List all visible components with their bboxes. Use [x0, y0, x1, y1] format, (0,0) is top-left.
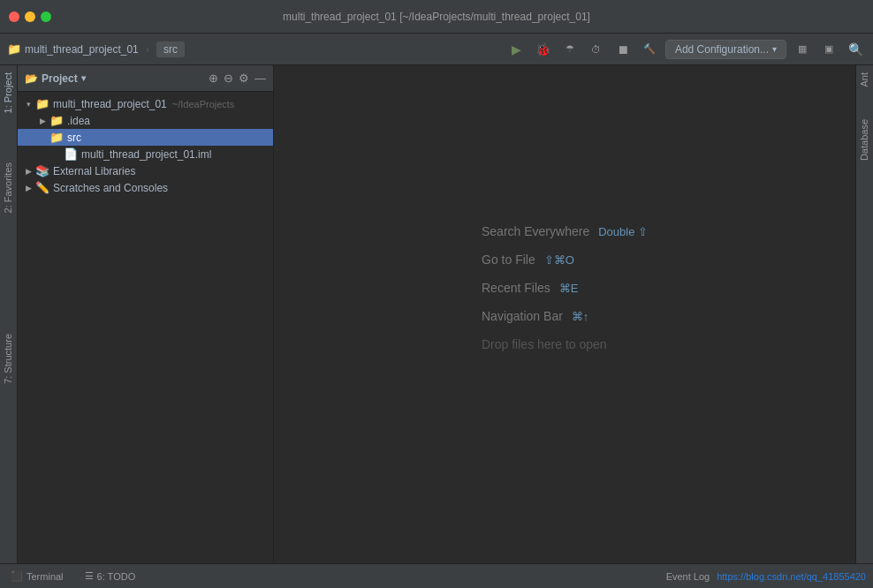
project-panel-title: 📂 Project ▾ [25, 72, 86, 85]
build-button[interactable]: 🔨 [639, 39, 660, 60]
hint-recent-files: Recent Files ⌘E [482, 281, 578, 295]
panel-collapse-icon[interactable]: ⊖ [224, 72, 233, 85]
idea-folder-icon: 📁 [49, 114, 64, 127]
idea-arrow: ▶ [35, 117, 49, 125]
hint-shortcut-nav: ⌘↑ [572, 310, 589, 323]
src-breadcrumb[interactable]: src [156, 41, 185, 57]
folder-icon: 📂 [25, 72, 38, 85]
add-config-dropdown-icon: ▾ [772, 44, 777, 54]
run-button[interactable]: ▶ [506, 39, 528, 60]
ext-lib-label: External Libraries [53, 165, 135, 177]
root-arrow: ▾ [21, 100, 35, 109]
tree-item-idea[interactable]: ▶ 📁 .idea [18, 112, 273, 129]
sidebar-item-database[interactable]: Database [856, 112, 873, 168]
sidebar-item-project[interactable]: 1: Project [0, 65, 17, 120]
hint-label-search: Search Everywhere [482, 224, 589, 238]
main-toolbar: 📁 multi_thread_project_01 › src ▶ 🐞 ☂ ⏱ … [0, 34, 873, 65]
hint-label-recent: Recent Files [482, 281, 550, 295]
hint-shortcut-recent: ⌘E [559, 282, 579, 295]
project-panel-header: 📂 Project ▾ ⊕ ⊖ ⚙ — [18, 65, 273, 92]
bottom-right: Event Log https://blog.csdn.net/qq_41855… [666, 571, 866, 582]
panel-settings-icon[interactable]: ⚙ [239, 72, 249, 85]
debug-button[interactable]: 🐞 [533, 39, 554, 60]
coverage-button[interactable]: ☂ [559, 39, 581, 60]
profile-button[interactable]: ⏱ [586, 39, 607, 60]
hint-label-nav: Navigation Bar [482, 309, 563, 323]
sidebar-item-ant[interactable]: Ant [856, 65, 873, 94]
hint-nav-bar: Navigation Bar ⌘↑ [482, 309, 588, 323]
iml-file-icon: 📄 [64, 147, 78, 161]
maximize-button[interactable] [41, 11, 51, 22]
root-folder-icon: 📁 [35, 97, 49, 110]
tree-item-iml[interactable]: 📄 multi_thread_project_01.iml [18, 146, 273, 162]
add-configuration-button[interactable]: Add Configuration... ▾ [665, 40, 786, 59]
tree-item-root[interactable]: ▾ 📁 multi_thread_project_01 ~/IdeaProjec… [18, 95, 273, 112]
editor-hints: Search Everywhere Double ⇧ Go to File ⇧⌘… [482, 224, 648, 351]
hint-label-goto: Go to File [482, 253, 535, 267]
src-folder-icon: 📁 [49, 131, 64, 144]
bottom-url[interactable]: https://blog.csdn.net/qq_41855420 [717, 571, 866, 582]
scratch-arrow: ▶ [21, 184, 35, 192]
hint-shortcut-search: Double ⇧ [598, 225, 648, 238]
sidebar-item-favorites[interactable]: 2: Favorites [0, 155, 17, 220]
tree-item-src[interactable]: 📁 src [18, 129, 273, 146]
right-sidebar: Ant Database [855, 65, 873, 563]
editor-area: Search Everywhere Double ⇧ Go to File ⇧⌘… [274, 65, 855, 563]
todo-label: 6: TODO [97, 571, 136, 582]
sidebar-item-structure[interactable]: 7: Structure [0, 327, 17, 391]
minimize-button[interactable] [25, 11, 35, 22]
breadcrumb-sep: › [146, 42, 149, 56]
project-tree: ▾ 📁 multi_thread_project_01 ~/IdeaProjec… [18, 92, 273, 563]
ext-lib-icon: 📚 [35, 164, 49, 177]
panel-add-icon[interactable]: ⊕ [209, 72, 218, 85]
title-bar: multi_thread_project_01 [~/IdeaProjects/… [0, 0, 873, 34]
scratch-icon: ✏️ [35, 181, 49, 194]
src-label: src [67, 132, 81, 144]
window-icon[interactable]: ▣ [818, 39, 839, 60]
panel-icons: ⊕ ⊖ ⚙ — [209, 72, 266, 85]
project-name-label: multi_thread_project_01 [25, 43, 139, 56]
hint-goto-file: Go to File ⇧⌘O [482, 253, 574, 267]
search-everywhere-icon[interactable]: 🔍 [845, 39, 866, 60]
tree-item-ext-lib[interactable]: ▶ 📚 External Libraries [18, 162, 273, 179]
hint-drop-files: Drop files here to open [482, 337, 607, 351]
terminal-icon: ⬛ [11, 570, 23, 582]
project-breadcrumb: 📁 multi_thread_project_01 [7, 42, 139, 56]
iml-label: multi_thread_project_01.iml [81, 148, 211, 161]
layout-icon[interactable]: ▦ [792, 39, 813, 60]
panel-close-icon[interactable]: — [254, 72, 266, 85]
hint-label-drop: Drop files here to open [482, 337, 607, 351]
hint-shortcut-goto: ⇧⌘O [544, 253, 574, 267]
terminal-label: Terminal [27, 571, 64, 582]
ext-lib-arrow: ▶ [21, 167, 35, 176]
stop-button[interactable]: ⏹ [612, 39, 634, 60]
window-title: multi_thread_project_01 [~/IdeaProjects/… [283, 11, 590, 23]
dropdown-arrow[interactable]: ▾ [81, 73, 86, 83]
project-folder-icon: 📁 [7, 42, 21, 56]
add-config-label: Add Configuration... [675, 43, 769, 56]
main-layout: 1: Project 2: Favorites 7: Structure 📂 P… [0, 65, 873, 563]
bottom-bar: ⬛ Terminal ☰ 6: TODO Event Log https://b… [0, 563, 873, 588]
todo-tab[interactable]: ☰ 6: TODO [81, 569, 140, 584]
project-panel: 📂 Project ▾ ⊕ ⊖ ⚙ — ▾ 📁 multi_thread_pro… [18, 65, 274, 563]
root-sublabel: ~/IdeaProjects [172, 99, 235, 109]
idea-label: .idea [67, 115, 90, 127]
left-sidebar: 1: Project 2: Favorites 7: Structure [0, 65, 18, 563]
scratch-label: Scratches and Consoles [53, 182, 168, 194]
todo-icon: ☰ [85, 570, 94, 582]
close-button[interactable] [9, 11, 19, 22]
tree-item-scratch[interactable]: ▶ ✏️ Scratches and Consoles [18, 179, 273, 196]
root-label: multi_thread_project_01 [53, 98, 167, 110]
traffic-lights [9, 11, 51, 22]
terminal-tab[interactable]: ⬛ Terminal [7, 569, 67, 584]
event-log-label[interactable]: Event Log [666, 571, 710, 582]
hint-search-everywhere: Search Everywhere Double ⇧ [482, 224, 648, 238]
